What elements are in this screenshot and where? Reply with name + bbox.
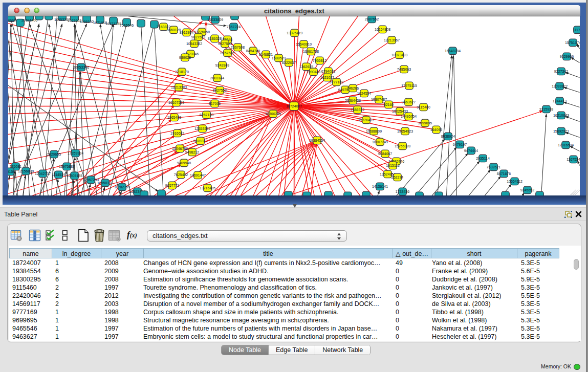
svg-text:1733436: 1733436: [396, 189, 409, 193]
svg-text:1114519: 1114519: [52, 172, 65, 176]
svg-text:15692971: 15692971: [553, 129, 569, 133]
svg-text:10782759: 10782759: [114, 185, 130, 188]
svg-text:7625402: 7625402: [174, 172, 188, 176]
svg-text:8267130: 8267130: [200, 113, 213, 116]
svg-text:3215938: 3215938: [539, 107, 553, 111]
svg-text:12213383: 12213383: [171, 85, 187, 89]
svg-text:9498212: 9498212: [185, 150, 199, 154]
svg-text:18300295: 18300295: [265, 112, 281, 115]
svg-text:12353594: 12353594: [194, 126, 210, 130]
svg-text:7515546: 7515546: [120, 24, 134, 27]
svg-text:12213967: 12213967: [384, 38, 400, 41]
svg-text:252274: 252274: [391, 175, 403, 179]
svg-text:2718170: 2718170: [175, 70, 189, 73]
svg-text:9115460: 9115460: [417, 105, 430, 108]
svg-text:18724007: 18724007: [286, 104, 302, 107]
svg-text:7386372: 7386372: [351, 107, 364, 111]
svg-text:9827503: 9827503: [191, 35, 205, 38]
svg-text:2935114: 2935114: [476, 156, 490, 160]
svg-text:3099695: 3099695: [418, 121, 432, 124]
svg-text:10807487: 10807487: [371, 97, 387, 101]
svg-text:2367608: 2367608: [231, 45, 245, 49]
svg-text:62160: 62160: [384, 102, 394, 106]
svg-text:16154808: 16154808: [375, 27, 390, 31]
svg-text:9245652: 9245652: [520, 188, 534, 191]
svg-text:8938924: 8938924: [441, 134, 455, 138]
svg-text:18807249: 18807249: [372, 140, 388, 143]
svg-text:9327503: 9327503: [218, 41, 232, 45]
svg-text:14136141: 14136141: [372, 184, 388, 188]
svg-text:1615112: 1615112: [386, 163, 400, 167]
svg-text:10973493: 10973493: [391, 53, 407, 56]
svg-text:12156829: 12156829: [18, 169, 34, 172]
svg-text:1621022: 1621022: [320, 75, 334, 79]
svg-text:20691406: 20691406: [21, 18, 37, 22]
svg-text:9227342: 9227342: [554, 69, 568, 73]
svg-text:11172: 11172: [573, 28, 580, 31]
svg-text:17016504: 17016504: [558, 143, 574, 146]
svg-text:7632621: 7632621: [487, 165, 500, 168]
svg-text:10654112: 10654112: [507, 179, 522, 183]
svg-text:39159: 39159: [8, 169, 15, 173]
svg-text:9657771: 9657771: [165, 183, 179, 187]
svg-text:7955812: 7955812: [313, 58, 326, 62]
svg-text:1965498: 1965498: [167, 115, 181, 119]
svg-text:746266: 746266: [347, 86, 359, 90]
svg-text:9146821: 9146821: [259, 52, 273, 56]
svg-text:9474444: 9474444: [464, 148, 478, 152]
svg-text:817006: 817006: [209, 101, 221, 105]
svg-text:2803144: 2803144: [210, 76, 224, 79]
svg-text:8454749: 8454749: [246, 49, 260, 52]
svg-text:13325419: 13325419: [287, 31, 302, 34]
svg-text:9777169: 9777169: [330, 80, 343, 83]
svg-text:164095: 164095: [430, 127, 442, 131]
svg-text:1624554: 1624554: [357, 91, 371, 95]
svg-text:19384554: 19384554: [309, 138, 325, 142]
svg-text:16648784: 16648784: [445, 49, 461, 52]
svg-text:10958107: 10958107: [97, 181, 113, 184]
svg-text:14691447: 14691447: [190, 173, 206, 177]
svg-text:8322037: 8322037: [282, 60, 296, 64]
svg-text:1990448: 1990448: [307, 70, 320, 73]
svg-text:12093822: 12093822: [552, 84, 568, 87]
svg-text:16961758: 16961758: [303, 49, 319, 53]
svg-text:8186328: 8186328: [208, 36, 222, 40]
svg-text:6794028: 6794028: [321, 69, 335, 73]
svg-text:2087652: 2087652: [365, 17, 379, 20]
svg-text:1588520: 1588520: [272, 56, 286, 59]
svg-text:16671355: 16671355: [105, 22, 121, 26]
svg-text:14495754: 14495754: [401, 114, 417, 118]
svg-text:9084067: 9084067: [378, 151, 392, 155]
svg-text:1244413: 1244413: [553, 99, 567, 102]
svg-text:6479197: 6479197: [453, 142, 467, 146]
svg-text:16033809: 16033809: [207, 17, 223, 21]
svg-text:13975887: 13975887: [59, 164, 75, 168]
svg-text:9463627: 9463627: [402, 100, 416, 103]
svg-text:15756928: 15756928: [395, 144, 410, 147]
svg-text:8471676: 8471676: [497, 171, 511, 175]
svg-text:9242848: 9242848: [215, 63, 229, 67]
svg-text:20364436: 20364436: [345, 98, 361, 102]
svg-text:10688609: 10688609: [366, 129, 382, 133]
svg-text:13716485: 13716485: [200, 186, 215, 189]
svg-text:10025433: 10025433: [392, 109, 408, 113]
svg-text:19654923: 19654923: [397, 129, 413, 133]
svg-text:8878312: 8878312: [193, 139, 207, 142]
svg-text:15720407: 15720407: [358, 118, 374, 121]
svg-text:10046786: 10046786: [172, 146, 188, 150]
svg-text:8660128: 8660128: [167, 28, 181, 31]
svg-text:12505185: 12505185: [67, 173, 82, 177]
svg-text:8912954: 8912954: [180, 30, 193, 34]
svg-text:6466102: 6466102: [80, 20, 94, 24]
svg-text:12042737: 12042737: [35, 171, 51, 175]
svg-text:9409948: 9409948: [177, 161, 191, 164]
svg-text:1916682: 1916682: [170, 131, 184, 135]
svg-text:7485063: 7485063: [397, 67, 411, 71]
svg-text:10543382: 10543382: [186, 41, 202, 45]
svg-text:8427552: 8427552: [213, 88, 227, 92]
svg-text:9329966: 9329966: [560, 54, 574, 58]
svg-text:989026: 989026: [179, 55, 191, 59]
svg-text:2020655: 2020655: [47, 152, 61, 156]
svg-text:16210643: 16210643: [553, 113, 569, 117]
svg-text:16107553: 16107553: [168, 100, 184, 104]
